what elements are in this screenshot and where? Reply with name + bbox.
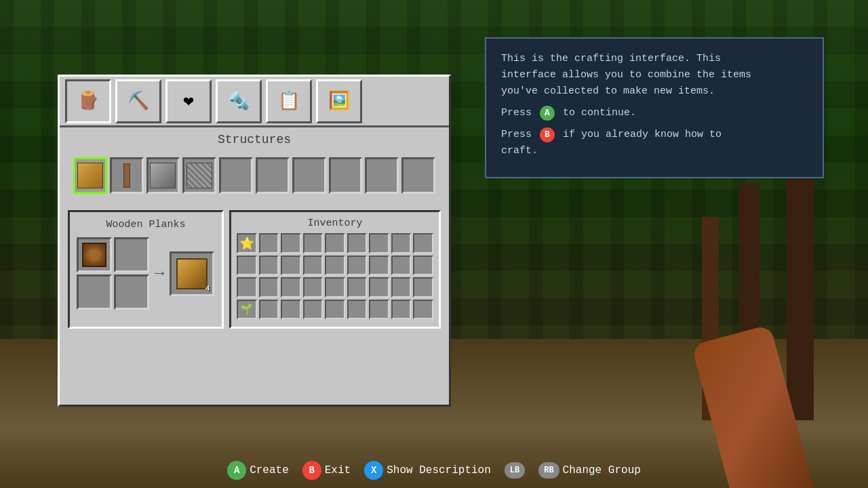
structures-section: Structures [60, 127, 449, 205]
inv-cell-2-8[interactable] [413, 277, 433, 298]
inv-cell-2-6[interactable] [369, 277, 389, 298]
hud-bar: A Create B Exit X Show Description LB RB… [0, 461, 868, 480]
recipe-grid-area: → 4 [77, 237, 215, 310]
inv-cell-3-6[interactable] [369, 300, 389, 320]
hud-a-button: A [227, 461, 246, 480]
hud-showdesc-btn[interactable]: X Show Description [364, 461, 491, 480]
inv-cell-1-0[interactable] [237, 256, 257, 276]
inv-cell-3-2[interactable] [281, 300, 301, 320]
tab-tools[interactable]: ⛏️ [115, 79, 161, 123]
structure-0-icon [77, 163, 103, 188]
info-tooltip-panel: This is the crafting interface. Thisinte… [485, 37, 824, 178]
inv-cell-0-8[interactable] [413, 233, 433, 253]
bottom-section: Wooden Planks → 4 In [68, 210, 441, 329]
inv-item-star: ⭐ [239, 236, 254, 251]
hud-lb-pill: LB [505, 462, 525, 479]
hud-lb-btn[interactable]: LB [505, 462, 525, 479]
inv-cell-2-3[interactable] [303, 277, 323, 298]
inventory-row-1 [237, 256, 433, 276]
inv-cell-1-3[interactable] [303, 256, 323, 276]
structures-grid [68, 152, 441, 199]
structure-cell-0[interactable] [73, 157, 107, 194]
inv-cell-3-4[interactable] [325, 300, 345, 320]
structure-3-icon [186, 163, 212, 188]
structure-cell-3[interactable] [182, 157, 216, 194]
hud-create-btn[interactable]: A Create [227, 461, 289, 480]
structure-cell-7[interactable] [329, 157, 363, 194]
recipe-panel: Wooden Planks → 4 [68, 210, 224, 329]
structure-cell-9[interactable] [401, 157, 435, 194]
tab-items-icon: 📋 [278, 90, 300, 112]
tab-combat-icon: ❤️ [183, 90, 194, 112]
recipe-cell-0-0 [77, 237, 112, 272]
inv-cell-2-2[interactable] [281, 277, 301, 298]
inv-cell-1-1[interactable] [259, 256, 279, 276]
inv-cell-2-4[interactable] [325, 277, 345, 298]
inv-cell-0-3[interactable] [303, 233, 323, 253]
inv-cell-0-1[interactable] [259, 233, 279, 253]
inventory-panel: Inventory ⭐ [229, 210, 441, 329]
tab-tools-icon: ⛏️ [127, 90, 149, 112]
inv-cell-1-4[interactable] [325, 256, 345, 276]
recipe-output-icon [176, 258, 208, 289]
recipe-cell-1-1 [114, 274, 149, 310]
recipe-title: Wooden Planks [77, 219, 215, 230]
tab-misc-icon: 🖼️ [328, 90, 350, 112]
inventory-row-3: 🌱 [237, 300, 433, 320]
inv-cell-2-1[interactable] [259, 277, 279, 298]
structure-cell-5[interactable] [256, 157, 290, 194]
structure-cell-1[interactable] [110, 157, 144, 194]
hud-x-button: X [364, 461, 383, 480]
inv-cell-2-7[interactable] [391, 277, 412, 298]
inv-item-seeds: 🌱 [240, 303, 253, 316]
inv-cell-3-3[interactable] [303, 300, 323, 320]
inv-cell-1-8[interactable] [413, 256, 433, 276]
hud-exit-label: Exit [325, 464, 351, 476]
tab-armor[interactable]: 🔩 [216, 79, 262, 123]
structure-cell-8[interactable] [365, 157, 399, 194]
inv-cell-3-8[interactable] [413, 300, 433, 320]
tree-trunk-1 [787, 149, 814, 420]
structure-cell-2[interactable] [146, 157, 180, 194]
recipe-input-grid [77, 237, 149, 310]
inv-cell-3-0[interactable]: 🌱 [237, 300, 257, 320]
recipe-output-cell: 4 [170, 251, 214, 296]
inv-cell-0-5[interactable] [347, 233, 368, 253]
inv-cell-0-0[interactable]: ⭐ [237, 233, 257, 253]
hud-exit-btn[interactable]: B Exit [302, 461, 351, 480]
recipe-log-icon [82, 243, 106, 267]
info-press-a: Press A to continue. [501, 105, 808, 121]
recipe-cell-1-0 [77, 274, 112, 310]
inv-cell-0-6[interactable] [369, 233, 389, 253]
tab-items[interactable]: 📋 [266, 79, 312, 123]
inventory-row-2 [237, 277, 433, 298]
tab-misc[interactable]: 🖼️ [316, 79, 362, 123]
recipe-output-count: 4 [205, 285, 210, 293]
inv-cell-2-5[interactable] [347, 277, 368, 298]
inv-cell-3-5[interactable] [347, 300, 368, 320]
recipe-cell-0-1 [114, 237, 149, 272]
hud-rb-btn[interactable]: RB Change Group [538, 462, 641, 479]
structure-cell-6[interactable] [292, 157, 326, 194]
inv-cell-0-7[interactable] [391, 233, 412, 253]
tab-blocks[interactable]: 🪵 [65, 79, 111, 123]
tab-bar: 🪵 ⛏️ ❤️ 🔩 📋 🖼️ [60, 77, 449, 127]
tab-blocks-icon: 🪵 [77, 90, 99, 112]
hud-b-button: B [302, 461, 321, 480]
inv-cell-1-7[interactable] [391, 256, 412, 276]
inv-cell-3-7[interactable] [391, 300, 412, 320]
inv-cell-1-6[interactable] [369, 256, 389, 276]
button-a-icon: A [540, 106, 555, 121]
inv-cell-3-1[interactable] [259, 300, 279, 320]
structure-cell-4[interactable] [219, 157, 253, 194]
info-press-b: Press B if you already know how tocraft. [501, 127, 808, 159]
inv-cell-2-0[interactable] [237, 277, 257, 298]
tab-combat[interactable]: ❤️ [165, 79, 212, 123]
structure-2-icon [150, 163, 176, 188]
crafting-panel: 🪵 ⛏️ ❤️ 🔩 📋 🖼️ Structures [58, 75, 451, 407]
inv-cell-1-2[interactable] [281, 256, 301, 276]
inv-cell-0-4[interactable] [325, 233, 345, 253]
inv-cell-0-2[interactable] [281, 233, 301, 253]
hud-rb-pill: RB [538, 462, 559, 479]
inv-cell-1-5[interactable] [347, 256, 368, 276]
